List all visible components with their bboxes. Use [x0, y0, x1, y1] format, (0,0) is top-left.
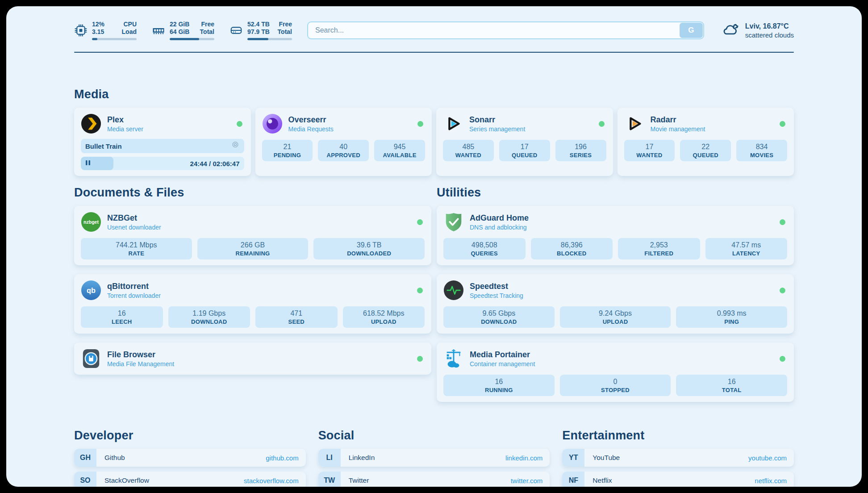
- overseerr-subtitle: Media Requests: [288, 125, 412, 133]
- sonarr-subtitle: Series management: [469, 125, 593, 133]
- sonarr-icon: [443, 113, 463, 134]
- linkedin-abbr-tile: LI: [318, 449, 341, 467]
- ram-progress-track: [170, 38, 214, 40]
- section-title-entertainment: Entertainment: [562, 429, 794, 443]
- speedtest-icon: [443, 280, 464, 301]
- plex-subtitle: Media server: [107, 125, 231, 133]
- nzbget-title: NZBGet: [107, 213, 411, 223]
- portainer-stat-stopped: 0 STOPPED: [560, 375, 671, 396]
- gear-icon[interactable]: [231, 141, 240, 151]
- plex-progress-bar[interactable]: 24:44 / 02:06:47: [81, 157, 244, 170]
- app-card-qbittorrent[interactable]: qb qBittorrent Torrent downloader 16 LEE…: [74, 274, 431, 334]
- svg-text:nzbget: nzbget: [83, 219, 99, 225]
- app-card-speedtest[interactable]: Speedtest Speedtest Tracking 9.65 Gbps D…: [437, 274, 794, 334]
- disk-label-top: Free: [279, 21, 292, 28]
- stackoverflow-name: StackOverflow: [104, 476, 244, 485]
- radarr-title: Radarr: [651, 115, 774, 125]
- overseerr-stat-pending: 21 PENDING: [262, 140, 313, 161]
- search-input[interactable]: [307, 21, 704, 39]
- ram-label-bottom: Total: [200, 28, 214, 36]
- cpu-label-top: CPU: [123, 21, 137, 28]
- disk-label-bottom: Total: [278, 28, 292, 36]
- cpu-progress-track: [92, 38, 137, 40]
- bookmark-twitter[interactable]: TW Twitter twitter.com: [318, 472, 550, 487]
- media-cards-row: Plex Media server Bullet Train: [74, 108, 794, 176]
- app-card-filebrowser[interactable]: File Browser Media File Management: [74, 343, 431, 375]
- sonarr-stat-queued: 17 QUEUED: [499, 140, 550, 161]
- bookmark-youtube[interactable]: YT YouTube youtube.com: [562, 449, 794, 467]
- sonarr-stat-series: 196 SERIES: [555, 140, 606, 161]
- qbittorrent-subtitle: Torrent downloader: [107, 292, 411, 300]
- qbittorrent-title: qBittorrent: [107, 281, 411, 292]
- section-title-documents: Documents & Files: [74, 186, 431, 200]
- section-documents: Documents & Files nzbget NZBGet Usenet d…: [74, 186, 431, 402]
- plex-progress-fill: [81, 157, 113, 170]
- speedtest-stat-upload: 9.24 Gbps UPLOAD: [560, 306, 671, 328]
- portainer-title: Media Portainer: [470, 350, 774, 360]
- bookmark-stackoverflow[interactable]: SO StackOverflow stackoverflow.com: [74, 472, 306, 487]
- radarr-status-dot: [780, 121, 785, 127]
- speedtest-subtitle: Speedtest Tracking: [470, 292, 774, 300]
- plex-status-dot: [237, 121, 242, 127]
- disk-progress-track: [247, 38, 292, 40]
- radarr-subtitle: Movie management: [651, 125, 774, 133]
- app-card-overseerr[interactable]: Overseerr Media Requests 21 PENDING 40 A…: [255, 108, 432, 176]
- plex-now-playing-title: Bullet Train: [85, 142, 122, 150]
- svg-text:qb: qb: [87, 286, 96, 294]
- app-card-plex[interactable]: Plex Media server Bullet Train: [74, 108, 251, 176]
- github-abbr-tile: GH: [74, 449, 96, 467]
- app-card-adguard[interactable]: AdGuard Home DNS and adblocking 498,508 …: [437, 206, 794, 265]
- overseerr-stat-approved: 40 APPROVED: [318, 140, 369, 161]
- adguard-stat-blocked: 86,396 BLOCKED: [531, 238, 613, 259]
- bookmark-linkedin[interactable]: LI LinkedIn linkedin.com: [318, 449, 550, 467]
- portainer-stat-total: 16 TOTAL: [676, 375, 787, 396]
- adguard-stat-queries: 498,508 QUERIES: [443, 238, 526, 259]
- nzbget-icon: nzbget: [81, 212, 101, 232]
- app-card-radarr[interactable]: Radarr Movie management 17 WANTED 22 QUE…: [618, 108, 794, 176]
- section-utilities: Utilities AdGuard Home: [437, 186, 794, 402]
- ram-free-value: 22 GiB: [170, 21, 189, 28]
- section-entertainment: Entertainment YT YouTube youtube.com NF …: [562, 429, 794, 487]
- filebrowser-title: File Browser: [107, 350, 411, 360]
- ram-icon: [152, 24, 165, 37]
- netflix-url: netflix.com: [755, 477, 787, 485]
- stackoverflow-abbr-tile: SO: [74, 472, 96, 487]
- cpu-label-bottom: Load: [122, 28, 137, 36]
- cpu-usage-value: 12%: [92, 21, 104, 28]
- plex-title: Plex: [107, 115, 231, 125]
- sonarr-title: Sonarr: [469, 115, 593, 125]
- search-bar: G: [307, 21, 704, 39]
- app-card-sonarr[interactable]: Sonarr Series management 485 WANTED 17 Q…: [436, 108, 613, 176]
- app-card-nzbget[interactable]: nzbget NZBGet Usenet downloader 744.21 M…: [74, 206, 431, 265]
- speedtest-title: Speedtest: [470, 281, 774, 292]
- adguard-subtitle: DNS and adblocking: [470, 223, 774, 231]
- weather-condition: scattered clouds: [745, 31, 794, 39]
- pause-icon[interactable]: [85, 159, 91, 167]
- filebrowser-status-dot: [417, 356, 423, 362]
- top-bar: 12% CPU 3.15 Load: [74, 21, 794, 40]
- portainer-status-dot: [780, 356, 785, 362]
- qbittorrent-stat-download: 1.19 Gbps DOWNLOAD: [168, 306, 250, 328]
- nzbget-status-dot: [417, 219, 423, 225]
- netflix-name: Netflix: [593, 476, 755, 485]
- radarr-stat-wanted: 17 WANTED: [624, 140, 675, 161]
- search-engine-button[interactable]: G: [680, 23, 703, 38]
- stackoverflow-url: stackoverflow.com: [244, 477, 299, 485]
- radarr-stat-queued: 22 QUEUED: [680, 140, 731, 161]
- bookmark-github[interactable]: GH Github github.com: [74, 449, 306, 467]
- weather-location-temp: Lviv, 16.87°C: [745, 22, 794, 31]
- adguard-stat-filtered: 2,953 FILTERED: [618, 238, 700, 259]
- app-card-portainer[interactable]: Media Portainer Container management 16 …: [437, 343, 794, 402]
- bookmark-netflix[interactable]: NF Netflix netflix.com: [562, 472, 794, 487]
- dashboard-page: 12% CPU 3.15 Load: [6, 6, 862, 487]
- sonarr-stat-wanted: 485 WANTED: [443, 140, 494, 161]
- sonarr-status-dot: [599, 121, 605, 127]
- plex-header: Plex Media server: [81, 113, 244, 134]
- filebrowser-subtitle: Media File Management: [107, 360, 411, 368]
- ram-progress-fill: [170, 38, 199, 40]
- speedtest-status-dot: [780, 288, 785, 293]
- plex-icon: [81, 113, 101, 134]
- nzbget-stat-downloaded: 39.6 TB DOWNLOADED: [313, 238, 425, 259]
- nzbget-stat-rate: 744.21 Mbps RATE: [81, 238, 192, 259]
- overseerr-stat-available: 945 AVAILABLE: [374, 140, 425, 161]
